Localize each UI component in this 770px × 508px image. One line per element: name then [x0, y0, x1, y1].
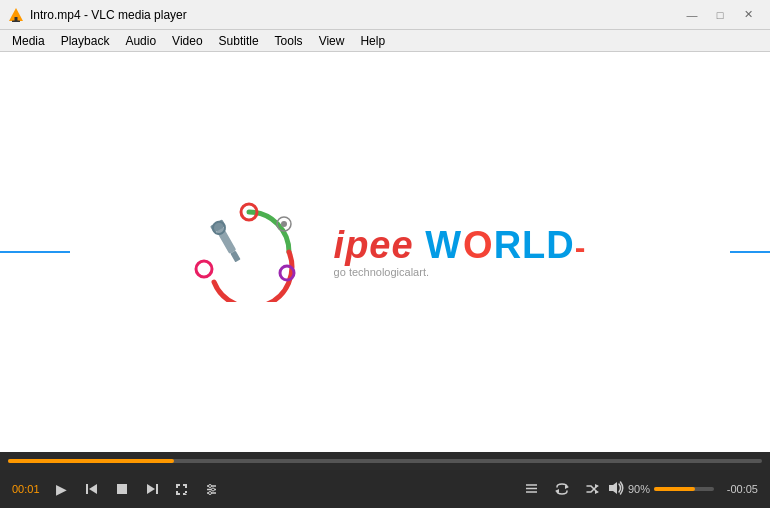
menu-view[interactable]: View [311, 30, 353, 52]
maximize-button[interactable]: □ [706, 5, 734, 25]
title-bar: Intro.mp4 - VLC media player — □ ✕ [0, 0, 770, 30]
volume-icon[interactable] [608, 481, 624, 498]
time-remaining: -00:05 [716, 483, 764, 495]
seek-bar-background[interactable] [8, 459, 762, 463]
vlc-icon [8, 7, 24, 23]
seek-bar-fill [8, 459, 174, 463]
menu-audio[interactable]: Audio [117, 30, 164, 52]
title-controls: — □ ✕ [678, 5, 762, 25]
menu-subtitle[interactable]: Subtitle [211, 30, 267, 52]
left-decoration-line [0, 251, 70, 253]
close-button[interactable]: ✕ [734, 5, 762, 25]
volume-area: 90% [608, 481, 714, 498]
svg-rect-12 [86, 484, 88, 494]
volume-bar-background[interactable] [654, 487, 714, 491]
brand-text: ipee WORLD- go technologicalart. [334, 226, 587, 278]
random-button[interactable] [578, 475, 606, 503]
stop-button[interactable] [108, 475, 136, 503]
brand-o: O [463, 224, 494, 266]
time-elapsed: 00:01 [6, 483, 46, 495]
playlist-button[interactable] [518, 475, 546, 503]
svg-point-11 [281, 221, 287, 227]
menu-playback[interactable]: Playback [53, 30, 118, 52]
svg-rect-14 [117, 484, 127, 494]
svg-rect-1 [15, 17, 18, 21]
svg-point-4 [196, 261, 212, 277]
brand-ipee: ipee [334, 224, 414, 266]
volume-bar-fill [654, 487, 695, 491]
brand-world: W [425, 224, 463, 266]
volume-percent: 90% [628, 483, 650, 495]
brand-dash: - [575, 229, 587, 265]
title-left: Intro.mp4 - VLC media player [8, 7, 187, 23]
svg-point-22 [209, 491, 212, 494]
svg-marker-29 [595, 490, 599, 494]
loop-button[interactable] [548, 475, 576, 503]
extended-settings-button[interactable] [198, 475, 226, 503]
svg-marker-28 [595, 484, 599, 488]
play-button[interactable]: ▶ [48, 475, 76, 503]
minimize-button[interactable]: — [678, 5, 706, 25]
menu-help[interactable]: Help [352, 30, 393, 52]
controls-bar: 00:01 ▶ [0, 470, 770, 508]
menu-tools[interactable]: Tools [267, 30, 311, 52]
brand-rld: RLD [494, 224, 575, 266]
video-area: ipee WORLD- go technologicalart. [0, 52, 770, 452]
menu-media[interactable]: Media [4, 30, 53, 52]
brand-tagline: go technologicalart. [334, 266, 429, 278]
fullscreen-button[interactable] [168, 475, 196, 503]
menu-bar: Media Playback Audio Video Subtitle Tool… [0, 30, 770, 52]
svg-marker-13 [89, 484, 97, 494]
svg-point-20 [209, 484, 212, 487]
svg-rect-2 [12, 20, 20, 22]
logo-container: ipee WORLD- go technologicalart. [184, 202, 587, 302]
next-button[interactable] [138, 475, 166, 503]
seek-bar-area[interactable] [0, 452, 770, 470]
svg-marker-16 [147, 484, 155, 494]
brand-name: ipee WORLD- [334, 226, 587, 264]
prev-button[interactable] [78, 475, 106, 503]
window-title: Intro.mp4 - VLC media player [30, 8, 187, 22]
svg-marker-30 [609, 482, 617, 494]
menu-video[interactable]: Video [164, 30, 210, 52]
telescope-logo-svg [184, 202, 314, 302]
svg-point-21 [212, 488, 215, 491]
svg-rect-15 [156, 484, 158, 494]
right-decoration-line [730, 251, 770, 253]
